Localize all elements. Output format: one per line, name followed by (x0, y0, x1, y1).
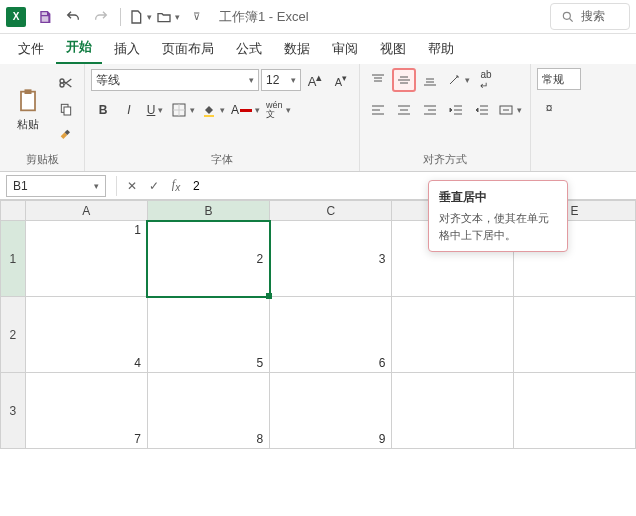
group-alignment: ▾ ab↵ ▾ 对齐方式 (360, 64, 531, 171)
save-button[interactable] (32, 4, 58, 30)
number-format-combo[interactable]: 常规 (537, 68, 581, 90)
cell-D2[interactable] (392, 297, 514, 373)
align-center-icon (396, 102, 412, 118)
font-name-combo[interactable]: 等线 ▾ (91, 69, 259, 91)
open-file-button[interactable]: ▾ (155, 4, 181, 30)
ribbon-tabs: 文件 开始 插入 页面布局 公式 数据 审阅 视图 帮助 (0, 34, 636, 64)
outdent-icon (448, 102, 464, 118)
row-header-3[interactable]: 3 (1, 373, 26, 449)
cell-A2[interactable]: 4 (25, 297, 147, 373)
align-top-button[interactable] (366, 68, 390, 92)
decrease-font-button[interactable]: A▾ (329, 68, 353, 92)
borders-button[interactable]: ▾ (169, 98, 197, 122)
indent-icon (474, 102, 490, 118)
chevron-down-icon: ▾ (94, 181, 99, 191)
close-icon: ✕ (127, 179, 137, 193)
redo-button[interactable] (88, 4, 114, 30)
increase-indent-button[interactable] (470, 98, 494, 122)
cell-C1[interactable]: 3 (270, 221, 392, 297)
col-header-B[interactable]: B (147, 201, 269, 221)
italic-icon: I (127, 103, 130, 117)
group-font: 等线 ▾ 12 ▾ A▴ A▾ B I U▾ ▾ ▾ A▾ wén文▾ 字体 (85, 64, 360, 171)
bold-button[interactable]: B (91, 98, 115, 122)
name-box[interactable]: B1 ▾ (6, 175, 106, 197)
folder-open-icon (156, 9, 172, 25)
tab-data[interactable]: 数据 (274, 34, 320, 64)
align-right-button[interactable] (418, 98, 442, 122)
tooltip-title: 垂直居中 (439, 189, 557, 206)
cell-C2[interactable]: 6 (270, 297, 392, 373)
align-middle-button[interactable] (392, 68, 416, 92)
svg-rect-2 (25, 89, 32, 94)
tab-page-layout[interactable]: 页面布局 (152, 34, 224, 64)
separator (116, 176, 117, 196)
check-icon: ✓ (149, 179, 159, 193)
cell-D3[interactable] (392, 373, 514, 449)
cell-A1[interactable]: 1 (25, 221, 147, 297)
search-placeholder: 搜索 (581, 8, 605, 25)
cell-E2[interactable] (514, 297, 636, 373)
svg-rect-4 (64, 107, 71, 115)
select-all-corner[interactable] (1, 201, 26, 221)
font-size-combo[interactable]: 12 ▾ (261, 69, 301, 91)
bold-icon: B (99, 103, 108, 117)
decrease-indent-button[interactable] (444, 98, 468, 122)
align-left-button[interactable] (366, 98, 390, 122)
quick-access-toolbar: ▾ ▾ ⊽ (32, 4, 209, 30)
italic-button[interactable]: I (117, 98, 141, 122)
cancel-formula-button[interactable]: ✕ (121, 175, 143, 197)
align-center-button[interactable] (392, 98, 416, 122)
orientation-button[interactable]: ▾ (444, 68, 472, 92)
increase-font-button[interactable]: A▴ (303, 68, 327, 92)
copy-button[interactable] (54, 97, 78, 121)
col-header-C[interactable]: C (270, 201, 392, 221)
wrap-text-button[interactable]: ab↵ (474, 68, 498, 92)
qat-customize-button[interactable]: ⊽ (183, 4, 209, 30)
new-file-button[interactable]: ▾ (127, 4, 153, 30)
increase-font-icon: A▴ (308, 71, 323, 89)
align-left-icon (370, 102, 386, 118)
tab-insert[interactable]: 插入 (104, 34, 150, 64)
cut-button[interactable] (54, 71, 78, 95)
tab-view[interactable]: 视图 (370, 34, 416, 64)
insert-function-button[interactable]: fx (165, 175, 187, 197)
decrease-font-icon: A▾ (335, 72, 347, 88)
underline-button[interactable]: U▾ (143, 98, 167, 122)
cell-B3[interactable]: 8 (147, 373, 269, 449)
cell-A3[interactable]: 7 (25, 373, 147, 449)
excel-app-icon: X (6, 7, 26, 27)
tab-file[interactable]: 文件 (8, 34, 54, 64)
tab-help[interactable]: 帮助 (418, 34, 464, 64)
tab-home[interactable]: 开始 (56, 32, 102, 64)
undo-button[interactable] (60, 4, 86, 30)
group-label-font: 字体 (91, 150, 353, 169)
paste-button[interactable]: 粘贴 (6, 75, 50, 143)
redo-icon (93, 9, 109, 25)
orientation-icon (446, 72, 462, 88)
accounting-format-button[interactable]: ¤ (537, 96, 561, 120)
phonetic-guide-button[interactable]: wén文▾ (264, 98, 293, 122)
align-middle-icon (396, 72, 412, 88)
format-painter-button[interactable] (54, 123, 78, 147)
font-color-button[interactable]: A▾ (229, 98, 262, 122)
merge-icon (498, 102, 514, 118)
overflow-icon: ⊽ (193, 11, 200, 22)
row-header-1[interactable]: 1 (1, 221, 26, 297)
col-header-A[interactable]: A (25, 201, 147, 221)
align-bottom-button[interactable] (418, 68, 442, 92)
cell-E3[interactable] (514, 373, 636, 449)
enter-formula-button[interactable]: ✓ (143, 175, 165, 197)
merge-cells-button[interactable]: ▾ (496, 98, 524, 122)
formula-input[interactable] (187, 175, 636, 197)
row-header-2[interactable]: 2 (1, 297, 26, 373)
cell-C3[interactable]: 9 (270, 373, 392, 449)
separator (120, 8, 121, 26)
tab-formulas[interactable]: 公式 (226, 34, 272, 64)
search-box[interactable]: 搜索 (550, 3, 630, 30)
save-icon (37, 9, 53, 25)
fill-color-button[interactable]: ▾ (199, 98, 227, 122)
cell-B2[interactable]: 5 (147, 297, 269, 373)
cell-B1[interactable]: 2 (147, 221, 269, 297)
svg-rect-1 (21, 91, 35, 110)
tab-review[interactable]: 审阅 (322, 34, 368, 64)
